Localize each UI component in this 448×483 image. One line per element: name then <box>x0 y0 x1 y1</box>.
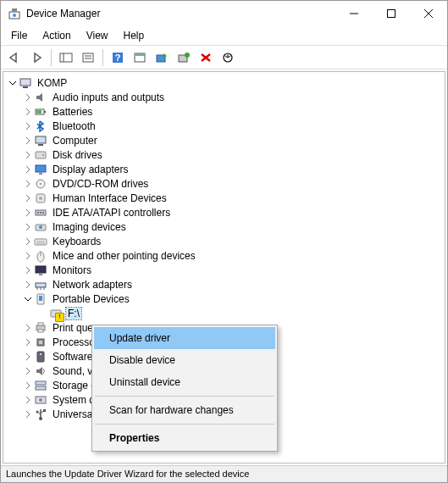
expand-icon[interactable] <box>22 207 34 219</box>
tree-category[interactable]: Network adapters <box>3 277 445 291</box>
svg-rect-26 <box>36 110 41 114</box>
tree-device-label: F:\ <box>66 308 81 319</box>
svg-rect-29 <box>36 152 46 158</box>
svg-rect-61 <box>39 341 42 344</box>
device-tree[interactable]: KOMPAudio inputs and outputsBatteriesBlu… <box>3 71 445 464</box>
context-properties[interactable]: Properties <box>94 427 275 449</box>
svg-rect-64 <box>36 381 46 385</box>
tree-category[interactable]: Disk drives <box>3 147 445 162</box>
collapse-icon[interactable] <box>22 293 34 305</box>
tree-category[interactable]: Bluetooth <box>3 119 445 133</box>
context-update-driver[interactable]: Update driver <box>94 327 275 349</box>
battery-icon <box>34 105 47 119</box>
tree-category-label: Disk drives <box>51 149 104 161</box>
expand-icon[interactable] <box>22 120 34 132</box>
svg-rect-15 <box>135 53 145 56</box>
sound-icon <box>34 364 47 378</box>
svg-rect-28 <box>38 144 43 146</box>
tree-root[interactable]: KOMP <box>3 75 445 90</box>
tree-category-label: Portable Devices <box>51 293 131 305</box>
tree-category[interactable]: Keyboards <box>3 234 445 248</box>
speaker-icon <box>34 91 47 104</box>
svg-rect-23 <box>23 86 28 88</box>
svg-point-67 <box>39 398 42 402</box>
context-uninstall-device[interactable]: Uninstall device <box>94 371 275 393</box>
menu-help[interactable]: Help <box>117 28 152 43</box>
expand-icon[interactable] <box>22 264 34 276</box>
forward-button[interactable] <box>26 48 47 67</box>
svg-rect-55 <box>39 296 42 301</box>
tree-category[interactable]: Batteries <box>3 104 445 119</box>
cpu-icon <box>34 336 47 349</box>
svg-rect-58 <box>38 323 43 325</box>
maximize-button[interactable] <box>373 1 410 26</box>
scan-hardware-button[interactable] <box>174 48 194 67</box>
app-icon <box>8 7 21 20</box>
help-button[interactable]: ? <box>108 48 128 67</box>
back-button[interactable] <box>4 48 25 67</box>
tree-category[interactable]: Monitors <box>3 263 445 277</box>
portable-icon <box>34 292 47 306</box>
context-disable-device[interactable]: Disable device <box>94 349 275 371</box>
tree-device[interactable]: F:\ <box>3 306 445 320</box>
monitor-icon <box>34 264 47 277</box>
svg-rect-73 <box>43 409 46 412</box>
svg-point-36 <box>39 197 42 200</box>
expand-icon[interactable] <box>22 408 34 420</box>
storage-icon <box>34 379 47 392</box>
expand-icon[interactable] <box>22 365 34 377</box>
hid-icon <box>34 192 47 205</box>
tree-category[interactable]: Mice and other pointing devices <box>3 248 445 263</box>
collapse-icon[interactable] <box>7 77 19 89</box>
uninstall-button[interactable] <box>196 48 216 67</box>
toolbar-separator <box>51 49 52 66</box>
expand-icon[interactable] <box>22 92 34 103</box>
tree-category[interactable]: Audio inputs and outputs <box>3 90 445 104</box>
expand-icon[interactable] <box>22 178 34 190</box>
expand-icon[interactable] <box>22 279 34 291</box>
tree-category[interactable]: IDE ATA/ATAPI controllers <box>3 205 445 219</box>
context-menu: Update driver Disable device Uninstall d… <box>91 325 278 452</box>
expand-icon[interactable] <box>22 322 34 334</box>
update-driver-button[interactable] <box>152 48 172 67</box>
expand-icon[interactable] <box>22 106 34 118</box>
computer-icon <box>34 134 47 147</box>
tree-category[interactable]: Human Interface Devices <box>3 191 445 205</box>
mouse-icon <box>34 249 47 263</box>
svg-point-38 <box>37 212 39 214</box>
expand-icon[interactable] <box>22 250 34 262</box>
menu-file[interactable]: File <box>4 28 34 43</box>
show-hide-console-button[interactable] <box>56 48 76 67</box>
tree-category[interactable]: Portable Devices <box>3 291 445 306</box>
expand-icon[interactable] <box>22 192 34 204</box>
disable-button[interactable] <box>218 48 238 67</box>
tree-category[interactable]: DVD/CD-ROM drives <box>3 176 445 191</box>
tree-category[interactable]: Computer <box>3 133 445 147</box>
svg-rect-22 <box>20 79 30 86</box>
svg-rect-31 <box>36 165 46 172</box>
minimize-button[interactable] <box>335 1 373 26</box>
close-button[interactable] <box>410 1 447 26</box>
svg-rect-4 <box>388 10 395 18</box>
context-scan-hardware[interactable]: Scan for hardware changes <box>94 399 275 421</box>
expand-icon[interactable] <box>22 135 34 147</box>
expand-icon[interactable] <box>22 394 34 406</box>
properties-button[interactable] <box>78 48 98 67</box>
tree-category-label: Audio inputs and outputs <box>51 92 166 103</box>
svg-point-63 <box>40 353 41 355</box>
tree-category[interactable]: Display adapters <box>3 162 445 176</box>
expand-icon[interactable] <box>22 351 34 363</box>
expand-icon[interactable] <box>22 221 34 233</box>
expand-icon[interactable] <box>22 380 34 391</box>
menu-view[interactable]: View <box>80 28 115 43</box>
menu-action[interactable]: Action <box>36 28 77 43</box>
svg-rect-27 <box>36 136 46 143</box>
expand-icon[interactable] <box>22 164 34 175</box>
expand-icon[interactable] <box>22 336 34 348</box>
action-list-button[interactable] <box>130 48 150 67</box>
tree-category[interactable]: Imaging devices <box>3 219 445 234</box>
titlebar: Device Manager <box>1 1 447 26</box>
expand-icon[interactable] <box>22 236 34 247</box>
svg-rect-25 <box>44 111 46 113</box>
expand-icon[interactable] <box>22 149 34 161</box>
